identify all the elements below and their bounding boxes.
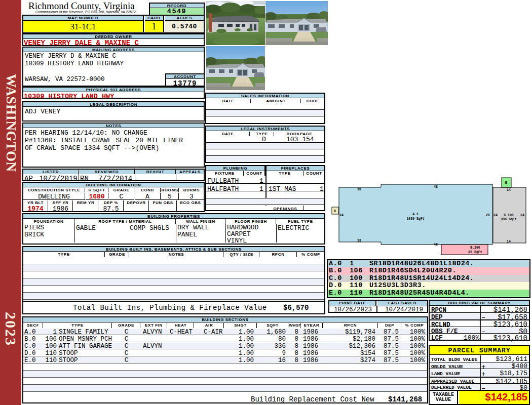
svg-text:24: 24 (493, 214, 498, 217)
svg-text:26: 26 (486, 214, 490, 217)
svg-text:48: 48 (434, 243, 438, 247)
svg-text:D: D (334, 210, 336, 213)
svg-text:80 SqFt: 80 SqFt (468, 251, 482, 254)
svg-text:14: 14 (507, 240, 511, 244)
svg-text:336 SqFt: 336 SqFt (501, 218, 516, 221)
svg-text:B.106: B.106 (470, 246, 480, 250)
svg-text:14: 14 (507, 188, 511, 192)
svg-text:24: 24 (520, 214, 524, 217)
svg-text:E: E (505, 181, 507, 185)
svg-text:24: 24 (339, 214, 344, 217)
svg-text:18: 18 (357, 239, 361, 242)
svg-text:48: 48 (434, 185, 438, 189)
svg-text:1680 SqFt: 1680 SqFt (406, 217, 424, 221)
svg-text:18: 18 (357, 188, 361, 191)
svg-text:A.1: A.1 (412, 213, 419, 216)
svg-text:C.100: C.100 (504, 214, 514, 217)
